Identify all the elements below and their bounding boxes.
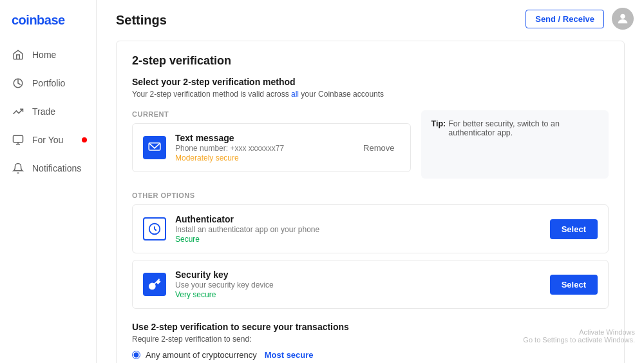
portfolio-icon — [12, 77, 24, 90]
tip-text: For better security, switch to an authen… — [448, 119, 598, 137]
security-key-name: Security key — [175, 270, 541, 280]
verification-subtitle: Your 2-step verification method is valid… — [132, 90, 609, 99]
notifications-icon — [12, 162, 24, 175]
authenticator-name: Authenticator — [175, 214, 541, 224]
tip-box: Tip: For better security, switch to an a… — [421, 110, 609, 179]
authenticator-info: Authenticator Install an authenticator a… — [175, 214, 541, 244]
trade-icon — [12, 105, 24, 118]
text-message-info: Text message Phone number: +xxx xxxxxxx7… — [175, 133, 349, 162]
security-key-desc: Use your security key device — [175, 280, 541, 289]
sidebar-item-home[interactable]: Home — [0, 41, 96, 69]
security-key-icon — [143, 273, 166, 296]
security-key-select-button[interactable]: Select — [550, 275, 598, 295]
sidebar-item-trade-label: Trade — [32, 106, 55, 117]
logo: coinbase — [0, 8, 96, 41]
authenticator-icon — [143, 217, 166, 240]
security-key-info: Security key Use your security key devic… — [175, 270, 541, 299]
send-receive-button[interactable]: Send / Receive — [526, 10, 604, 28]
sidebar-item-foryou-label: For You — [32, 135, 63, 145]
select-method-label: Select your 2-step verification method — [132, 77, 609, 87]
sidebar-item-notifications[interactable]: Notifications — [0, 154, 96, 182]
foryou-notification-badge — [82, 137, 87, 142]
current-label: CURRENT — [132, 110, 411, 118]
settings-card: 2-step verification Select your 2-step v… — [116, 41, 625, 363]
security-key-security: Very secure — [175, 290, 541, 299]
sidebar-item-portfolio[interactable]: Portfolio — [0, 69, 96, 97]
text-message-method: Text message Phone number: +xxx xxxxxxx7… — [132, 123, 411, 172]
most-secure-badge: Most secure — [265, 350, 314, 360]
tx-section: Use 2-step verification to secure your t… — [132, 322, 609, 363]
logo-text: coinbase — [12, 13, 65, 27]
main-content: Send / Receive Settings 2-step verificat… — [97, 0, 644, 363]
text-message-security: Moderately secure — [175, 153, 349, 162]
header: Send / Receive — [515, 0, 644, 37]
security-key-method: Security key Use your security key devic… — [132, 260, 609, 309]
home-icon — [12, 48, 24, 61]
current-methods: CURRENT Text message Phone number: +xxx … — [132, 110, 411, 179]
tx-title: Use 2-step verification to secure your t… — [132, 322, 609, 332]
tx-subtitle: Require 2-step verification to send: — [132, 335, 609, 344]
authenticator-method: Authenticator Install an authenticator a… — [132, 204, 609, 253]
remove-text-message-button[interactable]: Remove — [358, 141, 399, 155]
current-section: CURRENT Text message Phone number: +xxx … — [132, 110, 609, 179]
radio-any-amount-label: Any amount of cryptocurrency — [146, 350, 257, 360]
all-link[interactable]: all — [291, 90, 299, 99]
sidebar: coinbase Home Portfolio Trade For You No… — [0, 0, 97, 363]
sidebar-item-foryou[interactable]: For You — [0, 126, 96, 154]
sidebar-item-home-label: Home — [32, 50, 56, 60]
svg-rect-1 — [14, 135, 23, 142]
tip-label: Tip: — [431, 119, 446, 128]
authenticator-desc: Install an authenticator app on your pho… — [175, 225, 541, 234]
sidebar-item-portfolio-label: Portfolio — [32, 78, 65, 88]
svg-point-4 — [620, 14, 625, 19]
other-options-section: OTHER OPTIONS Authenticator Install an a… — [132, 191, 609, 309]
sidebar-item-notifications-label: Notifications — [32, 163, 81, 173]
radio-any-amount-input[interactable] — [132, 351, 140, 359]
sidebar-item-trade[interactable]: Trade — [0, 97, 96, 126]
avatar[interactable] — [612, 8, 634, 30]
authenticator-security: Secure — [175, 235, 541, 244]
radio-any-amount: Any amount of cryptocurrency Most secure — [132, 350, 609, 360]
text-message-name: Text message — [175, 133, 349, 143]
foryou-icon — [12, 133, 24, 146]
text-message-icon — [143, 136, 166, 159]
verification-heading: 2-step verification — [132, 54, 609, 68]
authenticator-select-button[interactable]: Select — [550, 219, 598, 239]
text-message-phone: Phone number: +xxx xxxxxxx77 — [175, 144, 349, 153]
other-options-label: OTHER OPTIONS — [132, 191, 609, 199]
